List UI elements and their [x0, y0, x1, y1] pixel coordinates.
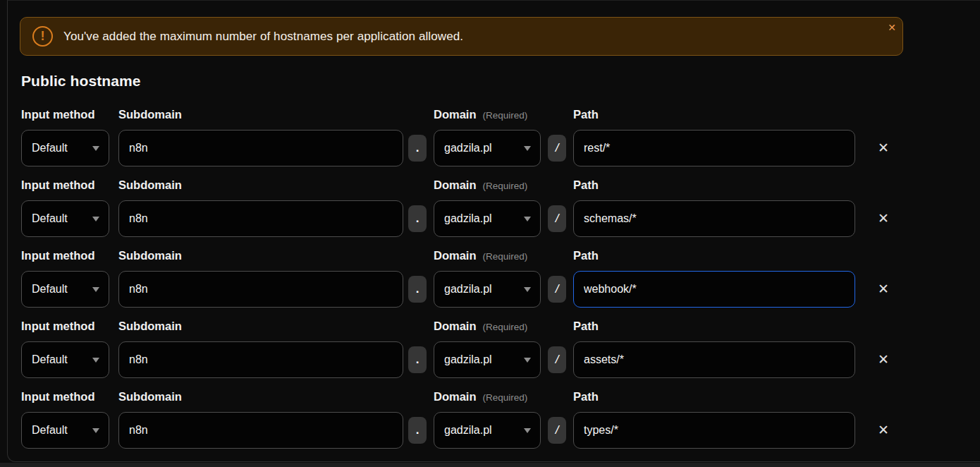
domain-label-text: Domain [434, 249, 477, 262]
chevron-down-icon [92, 146, 99, 151]
input-method-value: Default [32, 424, 68, 437]
path-input[interactable] [573, 271, 855, 308]
chevron-down-icon [524, 217, 531, 222]
subdomain-label: Subdomain [118, 107, 182, 122]
path-label: Path [573, 318, 599, 334]
slash-separator: / [548, 417, 566, 444]
domain-label-text: Domain [434, 108, 477, 121]
slash-separator: / [548, 346, 566, 373]
domain-label-text: Domain [434, 178, 477, 191]
domain-value: gadzila.pl [444, 353, 492, 366]
delete-hostname-button[interactable]: ✕ [873, 279, 894, 298]
delete-hostname-button[interactable]: ✕ [873, 349, 894, 369]
required-hint: (Required) [483, 392, 528, 403]
chevron-down-icon [524, 358, 531, 363]
input-method-value: Default [32, 212, 68, 225]
path-label: Path [573, 248, 599, 263]
subdomain-input[interactable] [118, 271, 403, 308]
domain-label: Domain(Required) [434, 318, 527, 334]
dot-separator: . [408, 135, 427, 162]
path-label: Path [573, 389, 599, 404]
input-method-label: Input method [21, 318, 94, 334]
banner-message: You've added the maximum number of hostn… [63, 30, 463, 44]
subdomain-input[interactable] [118, 341, 403, 378]
domain-label: Domain(Required) [434, 248, 527, 263]
delete-hostname-button[interactable]: ✕ [873, 420, 894, 439]
subdomain-input[interactable] [118, 130, 403, 166]
required-hint: (Required) [483, 251, 528, 262]
domain-value: gadzila.pl [444, 283, 492, 296]
close-icon[interactable]: ✕ [886, 20, 898, 35]
subdomain-input[interactable] [118, 412, 403, 449]
input-method-select[interactable]: Default [21, 271, 109, 308]
domain-label: Domain(Required) [434, 177, 527, 193]
input-method-label: Input method [21, 248, 94, 263]
subdomain-label: Subdomain [118, 248, 182, 263]
chevron-down-icon [92, 358, 99, 363]
chevron-down-icon [92, 428, 99, 433]
domain-select[interactable]: gadzila.pl [434, 130, 541, 166]
domain-label-text: Domain [434, 320, 477, 332]
chevron-down-icon [524, 146, 531, 151]
domain-select[interactable]: gadzila.pl [434, 271, 541, 308]
domain-value: gadzila.pl [444, 142, 492, 154]
warning-icon: ! [32, 26, 53, 47]
dot-separator: . [408, 205, 427, 232]
chevron-down-icon [92, 217, 99, 222]
domain-label: Domain(Required) [434, 389, 527, 404]
chevron-down-icon [92, 287, 99, 292]
hostname-row: Input method Subdomain Domain(Required) … [0, 177, 980, 248]
input-method-value: Default [32, 353, 68, 366]
domain-select[interactable]: gadzila.pl [434, 200, 541, 237]
domain-label-text: Domain [434, 390, 477, 403]
slash-separator: / [548, 205, 566, 232]
delete-hostname-button[interactable]: ✕ [873, 138, 894, 157]
warning-banner: ! You've added the maximum number of hos… [20, 17, 903, 56]
domain-label: Domain(Required) [434, 107, 527, 122]
hostname-row: Input method Subdomain Domain(Required) … [0, 318, 980, 389]
subdomain-label: Subdomain [118, 177, 182, 193]
path-input[interactable] [573, 130, 855, 166]
required-hint: (Required) [483, 322, 528, 332]
domain-select[interactable]: gadzila.pl [434, 341, 541, 378]
path-input[interactable] [573, 200, 855, 237]
domain-select[interactable]: gadzila.pl [434, 412, 541, 449]
path-label: Path [573, 177, 599, 193]
slash-separator: / [548, 276, 566, 303]
required-hint: (Required) [483, 181, 528, 191]
subdomain-input[interactable] [118, 200, 403, 237]
input-method-select[interactable]: Default [21, 341, 109, 378]
dot-separator: . [408, 276, 427, 303]
subdomain-label: Subdomain [118, 318, 182, 334]
domain-value: gadzila.pl [444, 212, 492, 225]
domain-value: gadzila.pl [444, 424, 492, 437]
page-title: Public hostname [21, 73, 141, 90]
input-method-value: Default [32, 142, 68, 154]
chevron-down-icon [524, 287, 531, 292]
path-label: Path [573, 107, 599, 122]
input-method-value: Default [32, 283, 68, 296]
input-method-label: Input method [21, 389, 94, 404]
chevron-down-icon [524, 428, 531, 433]
slash-separator: / [548, 135, 566, 162]
input-method-label: Input method [21, 107, 94, 122]
hostname-row: Input method Subdomain Domain(Required) … [0, 107, 980, 177]
path-input[interactable] [573, 341, 855, 378]
input-method-select[interactable]: Default [21, 200, 109, 237]
input-method-select[interactable]: Default [21, 412, 109, 449]
input-method-select[interactable]: Default [21, 130, 109, 166]
input-method-label: Input method [21, 177, 94, 193]
hostname-row: Input method Subdomain Domain(Required) … [0, 389, 980, 459]
delete-hostname-button[interactable]: ✕ [873, 208, 894, 228]
hostname-row: Input method Subdomain Domain(Required) … [0, 248, 980, 318]
panel-bottom-strip [0, 463, 980, 467]
path-input[interactable] [573, 412, 855, 449]
dot-separator: . [408, 417, 427, 444]
dot-separator: . [408, 346, 427, 373]
subdomain-label: Subdomain [118, 389, 182, 404]
required-hint: (Required) [483, 110, 528, 121]
